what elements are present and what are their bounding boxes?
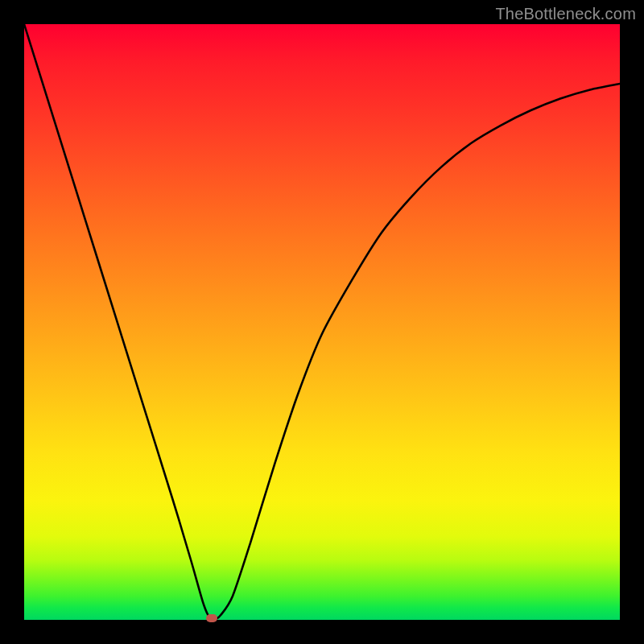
min-marker bbox=[206, 614, 217, 622]
plot-area bbox=[24, 24, 620, 620]
bottleneck-curve bbox=[24, 24, 620, 620]
chart-frame: TheBottleneck.com bbox=[0, 0, 644, 644]
watermark: TheBottleneck.com bbox=[495, 5, 636, 23]
